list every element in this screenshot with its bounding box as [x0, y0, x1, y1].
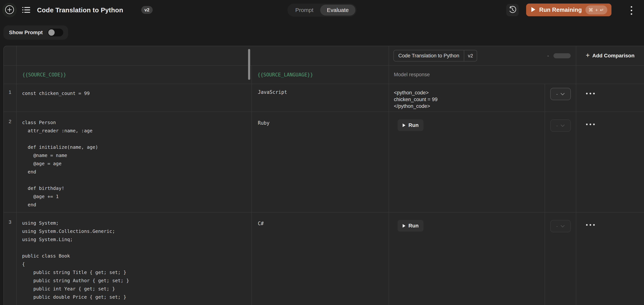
grade-cell: -: [545, 112, 576, 212]
source-language-cell[interactable]: C#: [252, 213, 389, 305]
grade-value: -: [556, 123, 558, 129]
run-button[interactable]: Run: [398, 220, 424, 232]
chevron-down-icon: [560, 225, 565, 228]
grade-dropdown[interactable]: -: [550, 88, 571, 100]
page-title: Code Translation to Python: [37, 6, 123, 14]
version-badge: v2: [141, 6, 153, 14]
history-icon: [509, 6, 516, 14]
table-row: 1 const chicken_count = 99 JavaScript <p…: [4, 84, 644, 112]
tab-prompt[interactable]: Prompt: [288, 5, 320, 15]
actions-cell: [576, 112, 644, 212]
play-icon: [402, 224, 406, 228]
kebab-icon: [631, 6, 632, 8]
model-response-header: Model response: [389, 72, 430, 77]
table-row: 3 using System; using System.Collections…: [4, 213, 644, 305]
list-icon: [22, 5, 31, 15]
source-code-cell[interactable]: class Person attr_reader :name, :age def…: [17, 112, 252, 212]
tab-evaluate[interactable]: Evaluate: [320, 5, 356, 15]
view-tabs: Prompt Evaluate: [288, 3, 356, 17]
template-row: {{SOURCE_CODE}} {{SOURCE_LANGUAGE}} Mode…: [4, 66, 644, 84]
prompt-version-tag: v2: [464, 50, 477, 61]
more-menu-button[interactable]: [629, 5, 634, 16]
score-area: -: [547, 53, 571, 59]
run-remaining-label: Run Remaining: [539, 6, 582, 13]
grade-dropdown[interactable]: -: [550, 119, 571, 132]
actions-header-cell: [576, 66, 644, 84]
grade-cell: -: [545, 213, 576, 305]
source-language-cell[interactable]: Ruby: [252, 112, 389, 212]
source-code-cell[interactable]: const chicken_count = 99: [17, 84, 252, 112]
prompt-version-name: Code Translation to Python: [394, 50, 464, 61]
row-actions-menu[interactable]: [586, 124, 595, 125]
prompt-version-button[interactable]: Code Translation to Python v2: [394, 50, 477, 61]
grade-cell: -: [545, 84, 576, 112]
row-number: 2: [4, 112, 17, 212]
run-button-label: Run: [408, 223, 418, 229]
source-code-variable: {{SOURCE_CODE}}: [17, 72, 66, 77]
play-icon: [531, 7, 536, 13]
inputs-header-cell: [17, 46, 389, 65]
scrollbar-thumb[interactable]: [248, 49, 250, 63]
grade-value: -: [556, 91, 558, 97]
ellipsis-icon: [586, 124, 588, 125]
keyboard-shortcut-badge: ⌘ + ↵: [586, 5, 607, 14]
row-number: 1: [4, 84, 17, 112]
add-comparison-label: Add Comparison: [592, 53, 635, 59]
source-language-variable-cell[interactable]: {{SOURCE_LANGUAGE}}: [252, 66, 389, 84]
grade-dropdown[interactable]: -: [550, 220, 571, 232]
show-prompt-label: Show Prompt: [9, 29, 43, 35]
show-prompt-container: Show Prompt: [3, 25, 68, 40]
score-progress-pill: [554, 53, 571, 58]
prompt-version-header-cell: Code Translation to Python v2 -: [389, 46, 576, 65]
average-score-dash: -: [547, 53, 549, 59]
row-number: 3: [4, 213, 17, 305]
run-remaining-button[interactable]: Run Remaining ⌘ + ↵: [526, 3, 612, 16]
plus-circle-icon: [5, 5, 14, 15]
add-comparison-button[interactable]: + Add Comparison: [576, 46, 644, 65]
model-response-cell: <python_code> chicken_count = 99 </pytho…: [389, 84, 545, 112]
run-button[interactable]: Run: [398, 119, 424, 131]
row-number-cell: [4, 66, 17, 84]
play-icon: [402, 123, 406, 127]
evaluation-table: Code Translation to Python v2 - + Add Co…: [3, 46, 644, 305]
model-response-cell: Run: [389, 213, 545, 305]
new-item-button[interactable]: [5, 5, 14, 15]
history-button[interactable]: [506, 4, 519, 16]
top-bar: Code Translation to Python v2 Prompt Eva…: [0, 0, 644, 20]
table-row: 2 class Person attr_reader :name, :age d…: [4, 112, 644, 213]
source-code-variable-cell[interactable]: {{SOURCE_CODE}}: [17, 66, 252, 84]
prompt-list-button[interactable]: [22, 6, 31, 15]
show-prompt-toggle[interactable]: [48, 28, 63, 36]
chevron-down-icon: [560, 93, 565, 95]
row-actions-menu[interactable]: [586, 224, 595, 226]
row-actions-menu[interactable]: [586, 93, 595, 94]
actions-cell: [576, 213, 644, 305]
row-number-header-cell: [4, 46, 17, 65]
source-language-cell[interactable]: JavaScript: [252, 84, 389, 112]
source-language-variable: {{SOURCE_LANGUAGE}}: [252, 72, 313, 77]
grade-value: -: [556, 223, 558, 229]
model-response-header-cell: Model response: [389, 66, 576, 84]
ellipsis-icon: [586, 93, 588, 94]
toggle-knob: [48, 29, 55, 36]
comparison-header-row: Code Translation to Python v2 - + Add Co…: [4, 46, 644, 66]
ellipsis-icon: [586, 224, 588, 226]
source-code-cell[interactable]: using System; using System.Collections.G…: [17, 213, 252, 305]
model-response-cell: Run: [389, 112, 545, 212]
actions-cell: [576, 84, 644, 112]
chevron-down-icon: [560, 124, 565, 127]
run-button-label: Run: [408, 122, 418, 128]
plus-icon: +: [586, 52, 590, 59]
